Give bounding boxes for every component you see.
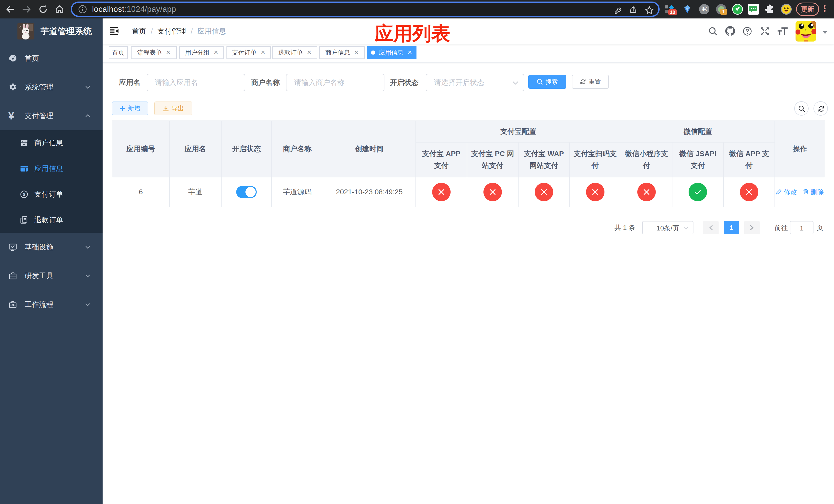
svg-text:¥: ¥ xyxy=(23,192,26,197)
svg-text:⌘: ⌘ xyxy=(701,6,707,13)
